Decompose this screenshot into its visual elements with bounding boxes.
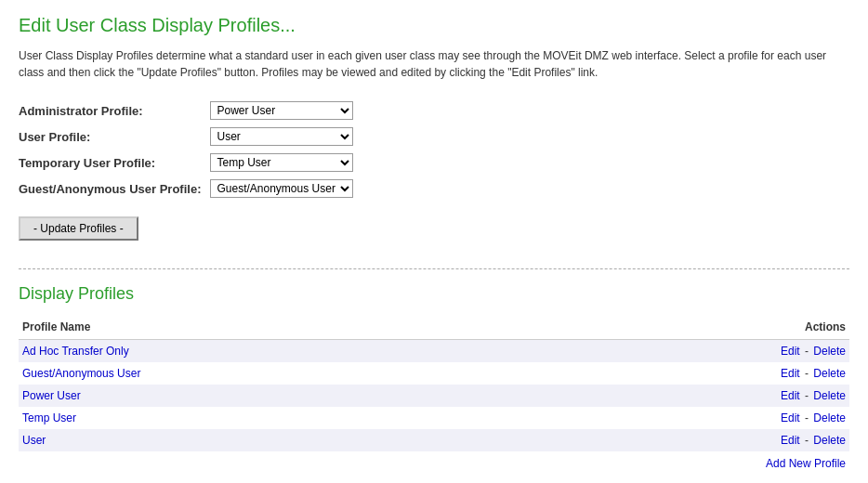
- profile-name-link[interactable]: Power User: [22, 389, 81, 402]
- edit-link[interactable]: Edit: [781, 434, 800, 447]
- add-new-profile-row: Add New Profile: [19, 451, 849, 472]
- profile-name-link[interactable]: Ad Hoc Transfer Only: [22, 345, 129, 358]
- user-label: User Profile:: [19, 124, 210, 150]
- administrator-select[interactable]: Power User Ad Hoc Transfer Only Guest/An…: [210, 101, 353, 120]
- user-class-form: Administrator Profile: Power User Ad Hoc…: [19, 98, 361, 202]
- delete-link[interactable]: Delete: [813, 367, 846, 380]
- guest-label: Guest/Anonymous User Profile:: [19, 176, 210, 202]
- actions-cell: Edit - Delete: [551, 385, 849, 407]
- profile-name-link[interactable]: User: [22, 434, 46, 447]
- profile-name-link[interactable]: Guest/Anonymous User: [22, 367, 140, 380]
- add-new-profile-link[interactable]: Add New Profile: [766, 457, 846, 470]
- edit-link[interactable]: Edit: [781, 411, 800, 424]
- col-profile-name: Profile Name: [19, 317, 551, 340]
- action-separator: -: [802, 434, 812, 447]
- administrator-label: Administrator Profile:: [19, 98, 210, 124]
- delete-link[interactable]: Delete: [813, 389, 846, 402]
- profiles-section-title: Display Profiles: [19, 284, 849, 304]
- delete-link[interactable]: Delete: [813, 434, 846, 447]
- delete-link[interactable]: Delete: [813, 345, 846, 358]
- temporary-user-select[interactable]: Temp User Ad Hoc Transfer Only Guest/Ano…: [210, 153, 353, 172]
- page-title: Edit User Class Display Profiles...: [19, 15, 849, 36]
- delete-link[interactable]: Delete: [813, 411, 846, 424]
- table-row: Ad Hoc Transfer OnlyEdit - Delete: [19, 340, 849, 363]
- profile-name-cell: Ad Hoc Transfer Only: [19, 340, 551, 363]
- profile-name-cell: User: [19, 429, 551, 451]
- edit-link[interactable]: Edit: [781, 345, 800, 358]
- table-row: Guest/Anonymous UserEdit - Delete: [19, 362, 849, 385]
- profiles-table: Profile Name Actions Ad Hoc Transfer Onl…: [19, 317, 849, 451]
- guest-select[interactable]: Guest/Anonymous User Ad Hoc Transfer Onl…: [210, 179, 353, 198]
- table-row: Power UserEdit - Delete: [19, 385, 849, 407]
- action-separator: -: [802, 411, 812, 424]
- temporary-user-label: Temporary User Profile:: [19, 150, 210, 176]
- profile-name-cell: Guest/Anonymous User: [19, 362, 551, 385]
- edit-link[interactable]: Edit: [781, 367, 800, 380]
- update-profiles-button[interactable]: - Update Profiles -: [19, 216, 138, 241]
- page-description: User Class Display Profiles determine wh…: [19, 47, 849, 81]
- profile-name-link[interactable]: Temp User: [22, 411, 76, 424]
- action-separator: -: [802, 345, 812, 358]
- actions-cell: Edit - Delete: [551, 407, 849, 429]
- actions-cell: Edit - Delete: [551, 340, 849, 363]
- action-separator: -: [802, 389, 812, 402]
- table-row: Temp UserEdit - Delete: [19, 407, 849, 429]
- edit-link[interactable]: Edit: [781, 389, 800, 402]
- table-row: UserEdit - Delete: [19, 429, 849, 451]
- col-actions: Actions: [551, 317, 849, 340]
- user-select[interactable]: User Ad Hoc Transfer Only Guest/Anonymou…: [210, 127, 353, 146]
- profile-name-cell: Power User: [19, 385, 551, 407]
- section-divider: [19, 268, 849, 269]
- actions-cell: Edit - Delete: [551, 362, 849, 385]
- profile-name-cell: Temp User: [19, 407, 551, 429]
- actions-cell: Edit - Delete: [551, 429, 849, 451]
- action-separator: -: [802, 367, 812, 380]
